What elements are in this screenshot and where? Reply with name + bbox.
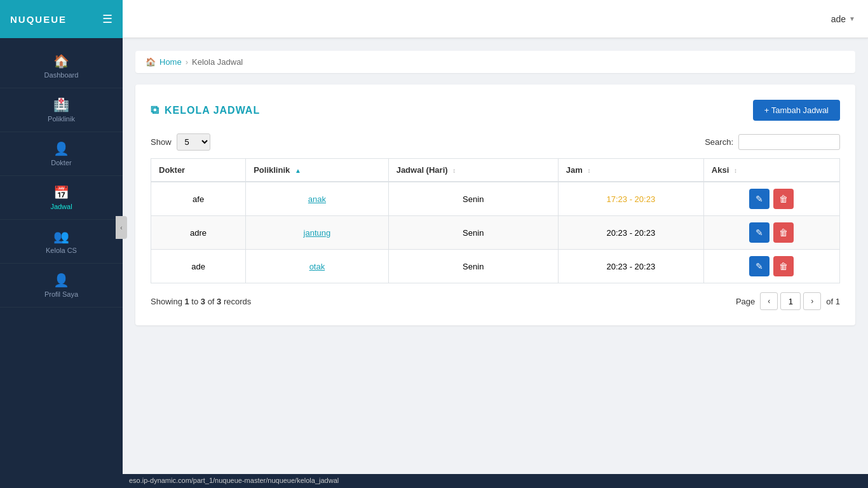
- col-jadwal[interactable]: Jadwal (Hari) ↕: [388, 159, 558, 182]
- table-row: adeotakSenin20:23 - 20:23✎🗑: [151, 250, 840, 283]
- sort-icon-aksi: ↕: [734, 167, 737, 174]
- brand-name: NUQUEUE: [10, 14, 67, 25]
- table-row: adrejantungSenin20:23 - 20:23✎🗑: [151, 216, 840, 250]
- user-dropdown[interactable]: ade ▼: [831, 14, 855, 24]
- main-content: ade ▼ 🏠 Home › Kelola Jadwal ⧉ KELOLA JA…: [123, 0, 868, 488]
- dokter-icon: 👤: [53, 141, 69, 156]
- table-header-row: Dokter Poliklinik ▲ Jadwal (Hari) ↕ Jam: [151, 159, 840, 182]
- topnav: ade ▼: [123, 0, 868, 38]
- poliklinik-link[interactable]: jantung: [304, 228, 331, 238]
- kelola-cs-icon: 👥: [53, 229, 69, 244]
- cell-dokter: afe: [151, 182, 246, 216]
- col-aksi[interactable]: Aksi ↕: [703, 159, 839, 182]
- sort-icon-jam: ↕: [587, 167, 590, 174]
- delete-button-row-3[interactable]: 🗑: [773, 256, 794, 276]
- sidebar-label-poliklinik: Poliklinik: [48, 115, 75, 123]
- cell-jadwal: Senin: [388, 182, 558, 216]
- table-controls: Show 5 10 25 50 Search:: [151, 133, 840, 151]
- breadcrumb-current: Kelola Jadwal: [192, 57, 243, 67]
- jadwal-icon: 📅: [53, 185, 69, 200]
- delete-button-row-1[interactable]: 🗑: [773, 189, 794, 209]
- chevron-down-icon: ▼: [849, 15, 855, 22]
- poliklinik-link[interactable]: anak: [308, 194, 326, 204]
- cell-aksi: ✎🗑: [703, 182, 839, 216]
- next-page-button[interactable]: ›: [803, 292, 821, 310]
- sort-up-icon: ▲: [295, 167, 301, 174]
- sidebar-label-dokter: Dokter: [51, 159, 71, 166]
- sidebar-label-jadwal: Jadwal: [50, 203, 72, 210]
- table-body: afeanakSenin17:23 - 20:23✎🗑adrejantungSe…: [151, 182, 840, 283]
- of-label: of 1: [826, 297, 840, 306]
- cell-jam: 20:23 - 20:23: [558, 250, 703, 283]
- table-footer: Showing 1 to 3 of 3 records Page ‹ › of …: [151, 292, 840, 310]
- col-dokter-label: Dokter: [159, 165, 185, 175]
- card-title: ⧉ KELOLA JADWAL: [151, 104, 260, 117]
- username: ade: [831, 14, 846, 24]
- hamburger-icon[interactable]: ☰: [102, 12, 112, 26]
- search-label: Search:: [705, 137, 733, 147]
- sidebar-item-dokter[interactable]: 👤 Dokter: [0, 132, 123, 176]
- breadcrumb-home-icon: 🏠: [146, 57, 156, 67]
- prev-page-button[interactable]: ‹: [760, 292, 778, 310]
- show-select[interactable]: 5 10 25 50: [177, 133, 210, 151]
- cell-poliklinik: jantung: [246, 216, 388, 250]
- delete-button-row-2[interactable]: 🗑: [773, 222, 794, 243]
- home-icon: 🏠: [53, 53, 69, 69]
- showing-end: records: [221, 297, 251, 306]
- edit-button-row-2[interactable]: ✎: [749, 222, 770, 243]
- breadcrumb-home-link[interactable]: Home: [159, 57, 182, 67]
- pagination: Page ‹ › of 1: [736, 292, 840, 310]
- data-table: Dokter Poliklinik ▲ Jadwal (Hari) ↕ Jam: [151, 158, 840, 283]
- cell-jadwal: Senin: [388, 250, 558, 283]
- statusbar: eso.ip-dynamic.com/part_1/nuqueue-master…: [123, 474, 868, 488]
- col-dokter: Dokter: [151, 159, 246, 182]
- edit-button-row-3[interactable]: ✎: [749, 256, 770, 276]
- showing-suffix: of: [205, 297, 217, 306]
- sidebar-label-dashboard: Dashboard: [44, 71, 79, 79]
- sidebar-item-dashboard[interactable]: 🏠 Dashboard: [0, 44, 123, 88]
- card-header: ⧉ KELOLA JADWAL + Tambah Jadwal: [151, 100, 840, 121]
- sidebar-header: NUQUEUE ☰: [0, 0, 123, 38]
- sidebar-item-kelola-cs[interactable]: 👥 Kelola CS: [0, 220, 123, 264]
- cell-jadwal: Senin: [388, 216, 558, 250]
- showing-text: Showing 1 to 3 of 3 records: [151, 297, 251, 306]
- sidebar-collapse-toggle[interactable]: ‹: [116, 216, 127, 239]
- show-label: Show: [151, 137, 172, 147]
- sidebar: NUQUEUE ☰ 🏠 Dashboard 🏥 Poliklinik 👤 Dok…: [0, 0, 123, 488]
- sidebar-label-profil: Profil Saya: [44, 290, 78, 298]
- showing-mid: to: [189, 297, 201, 306]
- col-poliklinik[interactable]: Poliklinik ▲: [246, 159, 388, 182]
- cell-aksi: ✎🗑: [703, 216, 839, 250]
- cell-jam: 17:23 - 20:23: [558, 182, 703, 216]
- sidebar-item-jadwal[interactable]: 📅 Jadwal: [0, 176, 123, 220]
- page-content: 🏠 Home › Kelola Jadwal ⧉ KELOLA JADWAL +…: [123, 38, 868, 474]
- poliklinik-link[interactable]: otak: [309, 262, 325, 271]
- main-card: ⧉ KELOLA JADWAL + Tambah Jadwal Show 5 1…: [135, 85, 855, 325]
- cell-poliklinik: anak: [246, 182, 388, 216]
- table-row: afeanakSenin17:23 - 20:23✎🗑: [151, 182, 840, 216]
- page-label: Page: [736, 297, 755, 306]
- layers-icon: ⧉: [151, 104, 159, 117]
- edit-button-row-1[interactable]: ✎: [749, 189, 770, 209]
- showing-to: 3: [201, 297, 205, 306]
- show-control: Show 5 10 25 50: [151, 133, 210, 151]
- showing-from: 1: [184, 297, 189, 306]
- search-input[interactable]: [738, 134, 840, 150]
- page-input[interactable]: [780, 292, 801, 310]
- sidebar-item-poliklinik[interactable]: 🏥 Poliklinik: [0, 88, 123, 132]
- col-poliklinik-label: Poliklinik: [254, 165, 290, 175]
- cell-dokter: ade: [151, 250, 246, 283]
- sidebar-nav: 🏠 Dashboard 🏥 Poliklinik 👤 Dokter 📅 Jadw…: [0, 38, 123, 308]
- cell-jam: 20:23 - 20:23: [558, 216, 703, 250]
- profil-icon: 👤: [53, 273, 69, 288]
- poliklinik-icon: 🏥: [53, 97, 69, 112]
- sidebar-label-kelola-cs: Kelola CS: [46, 247, 77, 254]
- sidebar-item-profil-saya[interactable]: 👤 Profil Saya: [0, 264, 123, 308]
- col-jam[interactable]: Jam ↕: [558, 159, 703, 182]
- col-aksi-label: Aksi: [712, 165, 729, 175]
- col-jadwal-label: Jadwal (Hari): [397, 165, 448, 175]
- add-jadwal-button[interactable]: + Tambah Jadwal: [753, 100, 840, 121]
- search-control: Search:: [705, 134, 840, 150]
- cell-poliklinik: otak: [246, 250, 388, 283]
- breadcrumb-separator: ›: [186, 57, 188, 67]
